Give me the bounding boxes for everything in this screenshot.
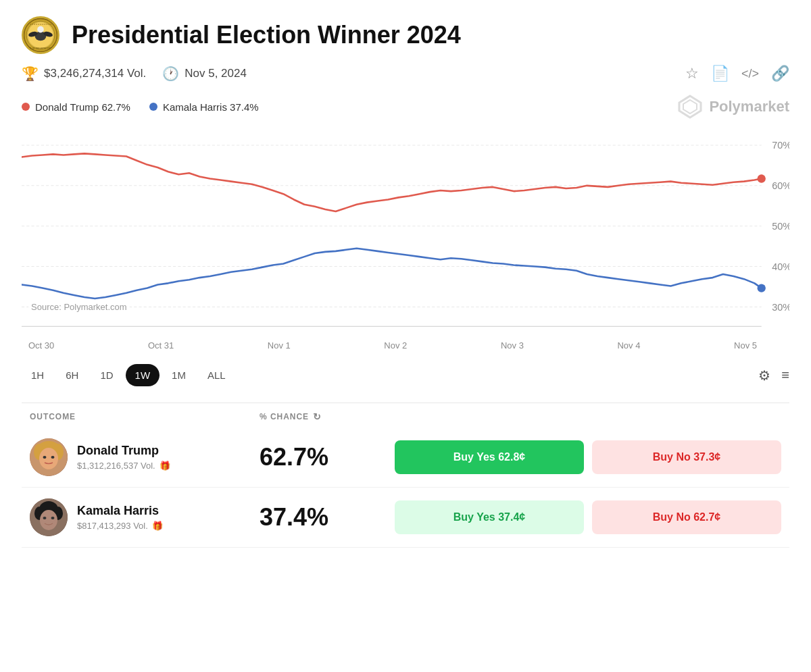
harris-chance: 37.4% <box>260 503 395 532</box>
trump-legend-label: Donald Trump 62.7% <box>35 101 130 113</box>
svg-text:SEAL OF THE UNITED STATES: SEAL OF THE UNITED STATES <box>27 47 54 50</box>
trump-buy-no[interactable]: Buy No 37.3¢ <box>592 440 781 474</box>
meta-row: 🏆 $3,246,274,314 Vol. 🕐 Nov 5, 2024 ☆ 📄 … <box>22 65 789 82</box>
svg-point-35 <box>40 510 57 530</box>
gift-icon-harris: 🎁 <box>152 521 163 531</box>
svg-point-23 <box>757 284 765 292</box>
adjust-icon[interactable]: ≡ <box>781 367 789 383</box>
svg-text:30%: 30% <box>772 302 789 313</box>
outcome-header: OUTCOME <box>30 412 260 421</box>
svg-point-30 <box>51 456 55 459</box>
chart-svg: 70% 60% 50% 40% 30% <box>22 124 789 340</box>
filter-1w[interactable]: 1W <box>126 364 160 386</box>
trump-name: Donald Trump <box>77 444 170 458</box>
filter-settings-icon[interactable]: ⚙ <box>758 367 770 384</box>
code-icon[interactable]: </> <box>741 67 759 81</box>
svg-marker-9 <box>679 96 701 118</box>
filter-1m[interactable]: 1M <box>162 364 195 386</box>
trophy-icon: 🏆 <box>22 66 39 82</box>
polymarket-label: Polymarket <box>709 98 789 115</box>
filter-6h[interactable]: 6H <box>56 364 88 386</box>
harris-name: Kamala Harris <box>77 504 163 518</box>
trump-dot <box>22 103 30 111</box>
harris-actions: Buy Yes 37.4¢ Buy No 62.7¢ <box>395 500 781 534</box>
date-text: Nov 5, 2024 <box>185 67 247 80</box>
x-label-nov5: Nov 5 <box>734 340 757 351</box>
trump-volume: $1,312,216,537 Vol. 🎁 <box>77 461 170 471</box>
page-title: Presidential Election Winner 2024 <box>72 21 461 49</box>
filter-all[interactable]: ALL <box>198 364 235 386</box>
chart-tools: ⚙ ≡ <box>758 367 789 384</box>
presidential-seal: ★★★★★★★★★★★ SEAL OF THE UNITED STATES <box>22 16 59 54</box>
svg-text:40%: 40% <box>772 261 789 272</box>
trump-legend: Donald Trump 62.7% <box>22 101 130 113</box>
x-label-oct31: Oct 31 <box>148 340 174 351</box>
legend-items: Donald Trump 62.7% Kamala Harris 37.4% <box>22 101 259 113</box>
harris-volume: $817,413,293 Vol. 🎁 <box>77 521 163 531</box>
polymarket-brand: Polymarket <box>678 95 789 119</box>
harris-buy-yes[interactable]: Buy Yes 37.4¢ <box>395 500 584 534</box>
svg-text:60%: 60% <box>772 180 789 191</box>
doc-icon[interactable]: 📄 <box>711 65 729 82</box>
action-icons: ☆ 📄 </> 🔗 <box>685 65 789 82</box>
trump-row: Donald Trump $1,312,216,537 Vol. 🎁 62.7%… <box>22 428 789 488</box>
svg-text:50%: 50% <box>772 221 789 232</box>
svg-marker-10 <box>683 100 697 113</box>
harris-legend: Kamala Harris 37.4% <box>149 101 259 113</box>
harris-info: Kamala Harris $817,413,293 Vol. 🎁 <box>77 504 163 531</box>
trump-actions: Buy Yes 62.8¢ Buy No 37.3¢ <box>395 440 781 474</box>
clock-icon: 🕐 <box>162 66 179 82</box>
trump-avatar <box>30 438 68 476</box>
page-header: ★★★★★★★★★★★ SEAL OF THE UNITED STATES Pr… <box>22 16 789 54</box>
time-filters: 1H 6H 1D 1W 1M ALL ⚙ ≡ <box>22 361 789 386</box>
source-label: Source: Polymarket.com <box>28 301 130 313</box>
filter-1d[interactable]: 1D <box>91 364 122 386</box>
chance-header: % CHANCE ↻ <box>260 411 395 422</box>
filter-1h[interactable]: 1H <box>22 364 53 386</box>
x-label-nov4: Nov 4 <box>617 340 640 351</box>
harris-legend-label: Kamala Harris 37.4% <box>163 101 259 113</box>
trump-info: Donald Trump $1,312,216,537 Vol. 🎁 <box>77 444 170 471</box>
date-item: 🕐 Nov 5, 2024 <box>162 66 247 82</box>
harris-row: Kamala Harris $817,413,293 Vol. 🎁 37.4% … <box>22 488 789 548</box>
svg-text:70%: 70% <box>772 140 789 151</box>
volume-text: $3,246,274,314 Vol. <box>44 67 146 80</box>
table-headers: OUTCOME % CHANCE ↻ <box>22 411 789 422</box>
svg-text:★★★★★★★★★★★: ★★★★★★★★★★★ <box>30 23 52 26</box>
link-icon[interactable]: 🔗 <box>771 65 789 82</box>
trump-chance: 62.7% <box>260 443 395 471</box>
price-chart: 70% 60% 50% 40% 30% Source: Polymarket.c… <box>22 124 789 340</box>
x-label-nov3: Nov 3 <box>501 340 524 351</box>
trump-buy-yes[interactable]: Buy Yes 62.8¢ <box>395 440 584 474</box>
volume-item: 🏆 $3,246,274,314 Vol. <box>22 66 146 82</box>
divider <box>22 403 789 403</box>
star-icon[interactable]: ☆ <box>685 65 699 82</box>
svg-point-22 <box>757 174 765 182</box>
x-label-nov2: Nov 2 <box>384 340 407 351</box>
filter-buttons: 1H 6H 1D 1W 1M ALL <box>22 364 235 386</box>
polymarket-logo <box>678 95 702 119</box>
refresh-icon[interactable]: ↻ <box>313 411 322 422</box>
x-label-nov1: Nov 1 <box>268 340 291 351</box>
svg-point-37 <box>51 517 55 519</box>
legend-row: Donald Trump 62.7% Kamala Harris 37.4% P… <box>22 95 789 119</box>
harris-avatar <box>30 498 68 536</box>
harris-buy-no[interactable]: Buy No 62.7¢ <box>592 500 781 534</box>
x-label-oct30: Oct 30 <box>28 340 54 351</box>
svg-point-29 <box>43 456 47 459</box>
svg-point-36 <box>43 517 47 519</box>
harris-outcome-left: Kamala Harris $817,413,293 Vol. 🎁 <box>30 498 260 536</box>
gift-icon: 🎁 <box>159 461 170 471</box>
svg-point-28 <box>39 448 58 469</box>
harris-dot <box>149 103 157 111</box>
svg-point-6 <box>37 26 44 33</box>
trump-outcome-left: Donald Trump $1,312,216,537 Vol. 🎁 <box>30 438 260 476</box>
time-axis: Oct 30 Oct 31 Nov 1 Nov 2 Nov 3 Nov 4 No… <box>22 340 789 351</box>
